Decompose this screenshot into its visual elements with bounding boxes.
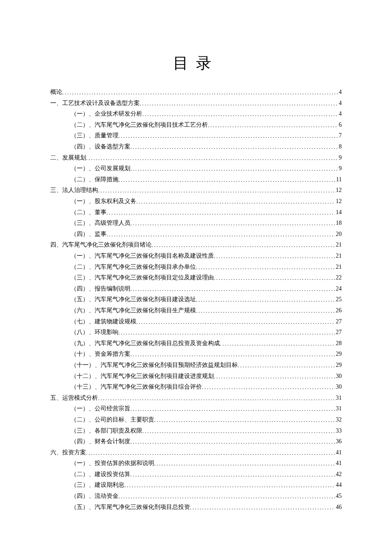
- toc-entry-page: 4: [338, 87, 342, 98]
- toc-leader-dots: [107, 229, 335, 240]
- toc-entry: （三）、建设期利息44: [50, 479, 342, 491]
- toc-entry-page: 18: [335, 218, 342, 229]
- toc-leader-dots: [214, 251, 335, 262]
- toc-entry: （四）、流动资金45: [50, 491, 342, 502]
- toc-leader-dots: [62, 87, 338, 98]
- toc-entry-label: （三）、汽车尾气净化三效催化剂项目定位及建设理由: [71, 272, 214, 283]
- toc-leader-dots: [214, 273, 335, 284]
- toc-leader-dots: [196, 262, 335, 273]
- toc-entry: （一）、企业技术研发分析4: [50, 108, 342, 119]
- toc-entry-label: （四）、报告编制说明: [71, 283, 130, 294]
- toc-entry-label: （四）、流动资金: [71, 491, 118, 502]
- toc-entry-page: 30: [335, 381, 342, 392]
- toc-entry: （四）、报告编制说明24: [50, 283, 342, 294]
- toc-entry-page: 36: [335, 436, 342, 447]
- toc-entry-label: （二）、公司的目标、主要职责: [71, 414, 154, 425]
- toc-entry-page: 45: [335, 491, 342, 502]
- toc-entry: （九）、汽车尾气净化三效催化剂项目总投资及资金构成28: [50, 338, 342, 349]
- toc-leader-dots: [130, 404, 335, 415]
- toc-leader-dots: [154, 415, 335, 426]
- toc-leader-dots: [154, 458, 335, 469]
- toc-entry-label: 概论: [50, 87, 62, 98]
- toc-entry-page: 28: [335, 338, 342, 349]
- toc-entry-page: 4: [338, 108, 342, 119]
- toc-entry-label: （三）、建设期利息: [71, 479, 124, 491]
- toc-leader-dots: [86, 153, 338, 164]
- toc-entry-label: （二）、汽车尾气净化三效催化剂项目技术工艺分析: [71, 119, 208, 131]
- toc-entry-label: （十）、资金筹措方案: [71, 349, 130, 360]
- toc-entry: （十三）、汽车尾气净化三效催化剂项目综合评价30: [50, 381, 342, 392]
- toc-entry-page: 27: [335, 316, 342, 327]
- toc-leader-dots: [107, 207, 335, 218]
- toc-entry-label: （三）、质量管理: [71, 130, 118, 141]
- toc-leader-dots: [196, 305, 335, 317]
- toc-entry-label: 二、发展规划: [50, 152, 86, 163]
- toc-entry-label: （一）、股东权利及义务: [71, 196, 136, 207]
- toc-entry: （一）、汽车尾气净化三效催化剂项目名称及建设性质21: [50, 250, 342, 262]
- toc-entry: 概论4: [50, 87, 342, 98]
- toc-entry-page: 32: [335, 414, 342, 425]
- toc-entry-page: 21: [335, 239, 342, 250]
- toc-entry-label: （二）、保障措施: [71, 174, 118, 185]
- toc-entry-label: （九）、汽车尾气净化三效催化剂项目总投资及资金构成: [71, 338, 220, 349]
- toc-leader-dots: [238, 360, 335, 371]
- toc-leader-dots: [136, 196, 335, 207]
- toc-entry-label: （四）、财务会计制度: [71, 436, 130, 447]
- toc-entry: （一）、股东权利及义务12: [50, 196, 342, 207]
- toc-entry-page: 20: [335, 229, 342, 240]
- toc-entry-label: （十二）、汽车尾气净化三效催化剂项目建设进度规划: [71, 371, 214, 382]
- toc-leader-dots: [118, 174, 335, 186]
- toc-title: 目录: [50, 53, 342, 74]
- toc-entry-label: （四）、监事: [71, 229, 107, 240]
- toc-entry-page: 29: [335, 360, 342, 371]
- toc-entry-page: 12: [335, 196, 342, 207]
- toc-entry-label: 五、运营模式分析: [50, 392, 98, 404]
- toc-entry: 五、运营模式分析31: [50, 392, 342, 404]
- toc-leader-dots: [142, 109, 338, 120]
- toc-entry: （二）、公司的目标、主要职责32: [50, 414, 342, 425]
- toc-entry-page: 46: [335, 502, 342, 513]
- toc-entry-page: 4: [338, 98, 342, 109]
- toc-entry-label: 一、工艺技术设计及设备选型方案: [50, 98, 140, 109]
- toc-entry-page: 30: [335, 371, 342, 382]
- toc-entry-page: 24: [335, 283, 342, 294]
- toc-entry: （二）、董事14: [50, 207, 342, 218]
- toc-entry: （八）、环境影响27: [50, 327, 342, 338]
- toc-entry: 六、投资方案41: [50, 447, 342, 458]
- toc-entry-label: 四、汽车尾气净化三效催化剂项目绪论: [50, 239, 152, 250]
- toc-entry-page: 41: [335, 447, 342, 458]
- toc-entry: （三）、高级管理人员18: [50, 218, 342, 229]
- toc-entry-page: 9: [338, 152, 342, 163]
- toc-leader-dots: [124, 480, 335, 491]
- toc-leader-dots: [98, 185, 335, 196]
- toc-entry-label: （一）、企业技术研发分析: [71, 108, 142, 119]
- toc-entry-page: 25: [335, 294, 342, 305]
- toc-leader-dots: [98, 393, 335, 404]
- toc-entry: （六）、汽车尾气净化三效催化剂项目生产规模26: [50, 305, 342, 316]
- toc-entry-page: 31: [335, 403, 342, 414]
- toc-entry-page: 11: [335, 174, 342, 185]
- toc-list: 概论4一、工艺技术设计及设备选型方案4（一）、企业技术研发分析4（二）、汽车尾气…: [50, 87, 342, 512]
- toc-entry-page: 33: [335, 425, 342, 436]
- toc-entry-label: （一）、公司发展规划: [71, 163, 130, 174]
- toc-entry-label: （七）、建筑物建设规模: [71, 316, 136, 327]
- toc-entry-page: 21: [335, 250, 342, 262]
- toc-entry: （十）、资金筹措方案29: [50, 349, 342, 360]
- toc-entry-label: （二）、汽车尾气净化三效催化剂项目承办单位: [71, 262, 196, 273]
- toc-entry-label: 三、法人治理结构: [50, 185, 98, 196]
- toc-leader-dots: [118, 491, 335, 502]
- toc-entry-label: （五）、汽车尾气净化三效催化剂项目建设选址: [71, 294, 196, 305]
- toc-entry-page: 41: [335, 458, 342, 469]
- toc-leader-dots: [118, 327, 335, 338]
- toc-leader-dots: [196, 294, 335, 305]
- toc-entry: （三）、质量管理7: [50, 130, 342, 141]
- toc-entry-page: 31: [335, 392, 342, 404]
- toc-entry: （三）、各部门职责及权限33: [50, 425, 342, 436]
- toc-entry-page: 26: [335, 305, 342, 316]
- toc-entry: （二）、建设投资估算42: [50, 469, 342, 480]
- toc-entry: （四）、设备选型方案8: [50, 141, 342, 152]
- toc-entry: （七）、建筑物建设规模27: [50, 316, 342, 327]
- document-page: 目录 概论4一、工艺技术设计及设备选型方案4（一）、企业技术研发分析4（二）、汽…: [0, 0, 392, 555]
- toc-entry: （五）、汽车尾气净化三效催化剂项目总投资46: [50, 502, 342, 513]
- toc-entry-label: （三）、各部门职责及权限: [71, 425, 142, 436]
